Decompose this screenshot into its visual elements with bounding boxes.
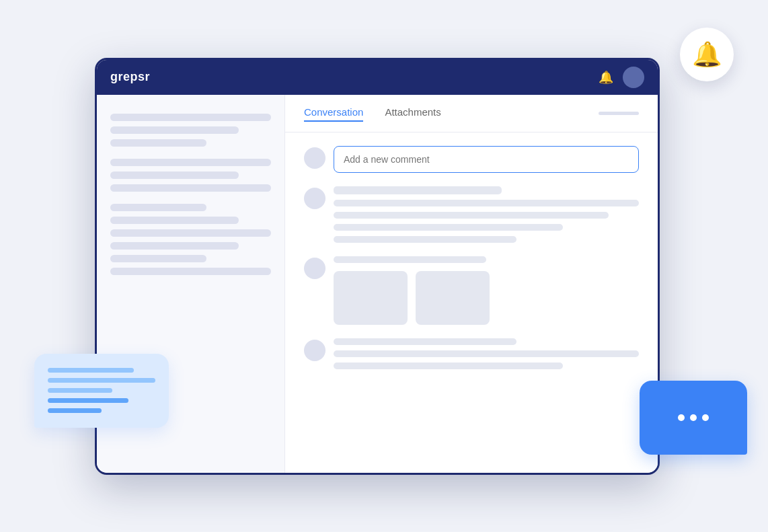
dot-3 (702, 414, 709, 421)
avatar[interactable] (623, 67, 644, 88)
app-header: grepsr 🔔 (97, 60, 658, 95)
image-placeholder-2 (416, 271, 490, 325)
conversation-area[interactable] (285, 132, 658, 473)
content-lines-1 (334, 186, 639, 243)
content-lines-2 (334, 256, 639, 325)
sidebar-row (110, 159, 271, 166)
sidebar-group-1 (110, 114, 271, 147)
content-line (334, 236, 516, 243)
user-avatar-2 (304, 258, 325, 279)
sidebar-row (110, 126, 239, 134)
notification-bell-bubble[interactable]: 🔔 (680, 28, 734, 81)
body-layout: Conversation Attachments (97, 95, 658, 473)
comment-input-row (304, 146, 639, 173)
chat-bubble-right (640, 381, 747, 455)
content-block-1 (304, 186, 639, 243)
image-placeholder-1 (334, 271, 408, 325)
chat-bubble-left (34, 354, 169, 428)
main-content: Conversation Attachments (285, 95, 658, 473)
content-line (334, 363, 563, 369)
sidebar-row (110, 204, 206, 211)
sidebar-group-3 (110, 204, 271, 275)
sidebar-row (110, 217, 239, 224)
bubble-line (48, 378, 155, 383)
scroll-indicator (599, 112, 639, 115)
tab-attachments[interactable]: Attachments (385, 106, 440, 122)
sidebar-row (110, 139, 206, 147)
dot-2 (690, 414, 697, 421)
app-logo: grepsr (110, 70, 150, 84)
browser-window: grepsr 🔔 (95, 58, 660, 475)
comment-avatar (304, 147, 325, 169)
content-line (334, 212, 609, 219)
tab-conversation[interactable]: Conversation (304, 106, 363, 122)
bell-icon-large: 🔔 (692, 40, 722, 69)
bell-icon[interactable]: 🔔 (599, 70, 613, 85)
content-block-2 (304, 256, 639, 325)
bubble-line (48, 408, 102, 413)
content-line (334, 256, 486, 263)
content-line (334, 224, 563, 231)
user-avatar-1 (304, 188, 325, 209)
image-placeholders (334, 271, 639, 325)
content-line (334, 200, 639, 206)
sidebar-row (110, 242, 239, 250)
content-lines-3 (334, 338, 639, 369)
sidebar-row (110, 255, 206, 262)
sidebar-group-2 (110, 159, 271, 192)
bubble-line (48, 398, 128, 403)
bubble-line (48, 388, 112, 393)
tabs-right (599, 112, 639, 115)
sidebar-row (110, 268, 271, 275)
header-right: 🔔 (599, 67, 644, 88)
content-line (334, 338, 516, 345)
comment-input[interactable] (334, 146, 639, 173)
user-avatar-3 (304, 340, 325, 361)
content-line (334, 186, 502, 194)
content-line (334, 350, 639, 357)
content-block-3 (304, 338, 639, 369)
outer-wrapper: 🔔 grepsr 🔔 (75, 38, 693, 495)
sidebar-row (110, 229, 271, 237)
tabs-bar: Conversation Attachments (285, 95, 658, 132)
bubble-line (48, 368, 134, 373)
dot-1 (678, 414, 685, 421)
typing-dots (678, 414, 709, 421)
sidebar-row (110, 184, 271, 192)
sidebar-row (110, 114, 271, 121)
sidebar-row (110, 172, 239, 179)
